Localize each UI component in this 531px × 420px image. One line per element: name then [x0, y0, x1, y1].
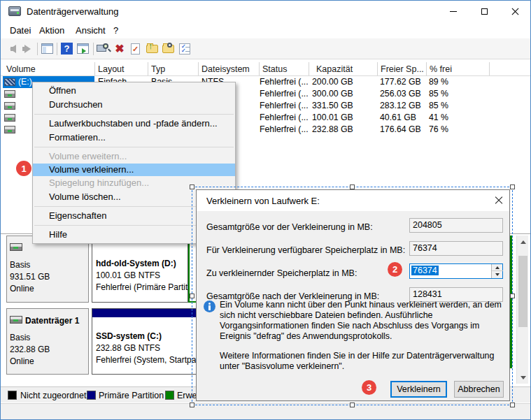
- cell-freier: 256.03 GB: [380, 89, 421, 99]
- field-label-available: Für Verkleinerung verfügbarer Speicherpl…: [206, 245, 405, 255]
- col-prozent-frei[interactable]: % frei: [430, 64, 452, 74]
- status-strip: [1, 403, 530, 419]
- selection-handle[interactable]: [350, 403, 355, 407]
- spinner: [491, 264, 502, 278]
- menu-item-laufwerkbuchstaben[interactable]: Laufwerkbuchstaben und -pfade ändern...: [33, 117, 235, 131]
- maximize-button[interactable]: [469, 1, 500, 22]
- shrink-button[interactable]: Verkleinern: [390, 381, 447, 398]
- unallocated-swatch: [8, 391, 17, 400]
- scroll-down-icon[interactable]: [517, 372, 529, 384]
- scroll-up-icon[interactable]: [517, 236, 529, 247]
- menu-item-oeffnen[interactable]: Öffnen: [33, 84, 235, 98]
- menu-separator: [34, 114, 234, 115]
- extended-partition-swatch: [165, 391, 174, 400]
- partition-c-size: 232.88 GB NTFS: [96, 343, 160, 353]
- volume-icon: [4, 78, 15, 86]
- col-typ[interactable]: Typ: [151, 64, 165, 74]
- col-layout[interactable]: Layout: [98, 64, 125, 74]
- minimize-button[interactable]: [438, 1, 469, 22]
- selection-handle[interactable]: [510, 294, 515, 298]
- cell-prozent: 85 %: [429, 89, 448, 99]
- field-label-total-before: Gesamtgröße vor der Verkleinerung in MB:: [206, 222, 373, 232]
- volume-icon: [4, 102, 15, 110]
- menu-ansicht[interactable]: Ansicht: [76, 25, 106, 36]
- shrink-volume-dialog: Verkleinern von Laufwerk E: Gesamtgröße …: [196, 189, 510, 401]
- task-check-icon[interactable]: ✓: [129, 42, 143, 56]
- shrink-amount-input[interactable]: 76374: [409, 263, 503, 279]
- computer-search-icon[interactable]: [97, 42, 111, 56]
- dialog-close-icon[interactable]: [494, 196, 504, 205]
- legend-primary: Primäre Partition: [99, 391, 164, 400]
- disk1-name: Datenträger 1: [25, 316, 79, 326]
- disk-icon: [10, 316, 22, 324]
- toolbar-separator: [93, 43, 94, 55]
- selection-handle[interactable]: [190, 403, 194, 407]
- help-icon[interactable]: ?: [60, 42, 74, 56]
- selection-handle[interactable]: [190, 294, 194, 298]
- cell-freier: 176.64 GB: [380, 124, 421, 134]
- toolbar-separator: [57, 43, 57, 55]
- close-button[interactable]: [500, 1, 530, 22]
- menu-item-volume-verkleinern[interactable]: Volume verkleinern...: [33, 164, 235, 176]
- dialog-title-bar: Verkleinern von Laufwerk E:: [197, 190, 509, 211]
- folder-search-icon[interactable]: [162, 42, 176, 56]
- menu-help[interactable]: ?: [113, 25, 118, 36]
- cell-freier: 40.61 GB: [380, 113, 416, 122]
- volume-icon: [4, 90, 15, 98]
- checklist-icon[interactable]: ✓✓: [178, 42, 192, 56]
- disk-icon: [10, 243, 22, 251]
- cell-status: Fehlerfrei (...: [260, 89, 309, 99]
- toolbar-separator: [37, 43, 38, 55]
- volume-icon: [4, 126, 15, 133]
- col-freier[interactable]: Freier Sp...: [381, 64, 424, 74]
- spinner-down-icon[interactable]: [492, 271, 503, 278]
- graphical-view-icon[interactable]: [76, 42, 90, 56]
- selection-handle[interactable]: [350, 184, 355, 189]
- partition-c-title: SSD-system (C:): [96, 331, 162, 341]
- disk0-status: Online: [10, 284, 34, 294]
- col-volume[interactable]: Volume: [6, 64, 36, 74]
- folder-up-icon[interactable]: ↑: [146, 42, 160, 56]
- menu-item-durchsuchen[interactable]: Durchsuchen: [33, 98, 235, 112]
- vertical-scrollbar[interactable]: [516, 236, 528, 384]
- shrink-amount-value: 76374: [411, 266, 439, 275]
- col-kapazitaet[interactable]: Kapazität: [316, 64, 353, 74]
- cancel-button[interactable]: Abbrechen: [454, 381, 504, 398]
- partition-d-status: Fehlerfrei (Primäre Partit: [96, 282, 187, 292]
- cell-status: Fehlerfrei (...: [260, 101, 309, 110]
- disk1-info-box[interactable]: Datenträger 1 Basis 232.88 GB Online: [6, 308, 89, 375]
- cell-prozent: 41 %: [429, 113, 448, 122]
- menu-aktion[interactable]: Aktion: [39, 25, 64, 36]
- volume-table-header: Volume Layout Typ Dateisystem Status Kap…: [1, 62, 530, 76]
- close-icon: [511, 8, 519, 15]
- title-bar: Datenträgerverwaltung: [1, 1, 530, 22]
- field-label-shrink-amount: Zu verkleinernder Speicherplatz in MB:: [206, 268, 357, 278]
- step-badge-1: 1: [16, 161, 31, 176]
- partition-d-title: hdd-old-System (D:): [96, 259, 176, 268]
- col-dateisystem[interactable]: Dateisystem: [201, 64, 250, 74]
- back-arrow-icon[interactable]: [4, 42, 18, 56]
- window-title: Datenträgerverwaltung: [27, 6, 119, 17]
- selection-handle[interactable]: [190, 184, 194, 189]
- delete-x-icon[interactable]: ✖: [113, 42, 127, 56]
- field-total-before: 204805: [409, 218, 503, 233]
- cell-prozent: 85 %: [429, 101, 448, 110]
- cell-kapazitaet: 300.00 GB: [312, 89, 353, 99]
- menu-bar: Datei Aktion Ansicht ?: [1, 22, 530, 38]
- cell-prozent: 76 %: [429, 124, 448, 134]
- col-status[interactable]: Status: [262, 64, 287, 74]
- scrollbar-thumb[interactable]: [518, 256, 528, 327]
- selection-handle[interactable]: [510, 403, 515, 407]
- dialog-help-text: Weitere Informationen finden Sie in der …: [220, 351, 502, 372]
- step-badge-2: 2: [388, 262, 402, 277]
- partition-d[interactable]: hdd-old-System (D:) 100.01 GB NTFS Fehle…: [92, 236, 188, 303]
- menu-datei[interactable]: Datei: [10, 25, 31, 36]
- step-badge-3: 3: [362, 380, 376, 395]
- disk1-status: Online: [10, 356, 34, 366]
- forward-arrow-icon[interactable]: [20, 42, 34, 56]
- disk0-info-box[interactable]: Basis 931.51 GB Online: [6, 236, 89, 303]
- menu-item-formatieren[interactable]: Formatieren...: [33, 131, 235, 145]
- volume-list-view-icon[interactable]: [41, 42, 55, 56]
- selection-handle[interactable]: [510, 184, 515, 189]
- spinner-up-icon[interactable]: [492, 264, 503, 271]
